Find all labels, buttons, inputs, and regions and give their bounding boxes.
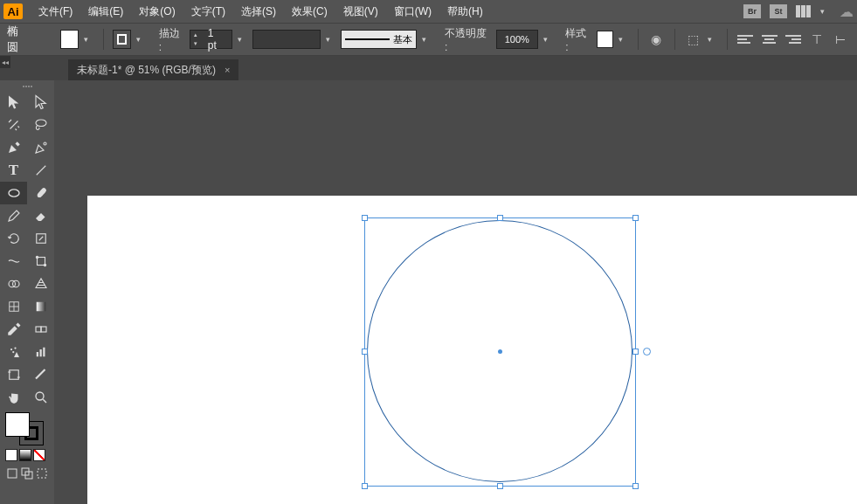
stroke-color-swatch[interactable] xyxy=(113,30,131,49)
eraser-tool[interactable] xyxy=(27,204,54,227)
scale-tool[interactable] xyxy=(27,227,54,250)
chevron-down-icon[interactable]: ▾ xyxy=(422,35,432,44)
curvature-tool[interactable] xyxy=(27,136,54,159)
ellipse-tool[interactable] xyxy=(0,182,27,204)
recolor-icon[interactable]: ◉ xyxy=(647,30,666,49)
selection-handle[interactable] xyxy=(362,483,368,489)
width-tool[interactable] xyxy=(0,250,27,273)
menu-edit[interactable]: 编辑(E) xyxy=(81,2,130,22)
chevron-down-icon[interactable]: ▾ xyxy=(238,35,248,44)
fill-color-swatch[interactable] xyxy=(60,30,79,49)
chevron-down-icon[interactable]: ▾ xyxy=(84,35,94,44)
stroke-weight-input[interactable]: ▴▾ 1 pt xyxy=(190,30,232,49)
blend-tool[interactable] xyxy=(27,318,54,341)
close-icon[interactable]: × xyxy=(225,65,230,75)
pencil-tool[interactable] xyxy=(0,204,27,227)
chevron-down-icon[interactable]: ▾ xyxy=(136,35,147,44)
svg-point-1 xyxy=(44,142,46,145)
align-left-icon[interactable] xyxy=(736,30,755,49)
draw-behind-icon[interactable] xyxy=(20,465,35,482)
spinner-down-icon[interactable]: ▾ xyxy=(190,39,200,48)
gradient-tool[interactable] xyxy=(27,295,54,318)
selection-handle[interactable] xyxy=(362,215,368,221)
menu-object[interactable]: 对象(O) xyxy=(132,2,182,22)
svg-point-25 xyxy=(36,392,44,400)
align-center-icon[interactable] xyxy=(760,30,778,49)
direct-selection-tool[interactable] xyxy=(27,91,54,114)
svg-line-2 xyxy=(36,166,45,176)
selection-handle[interactable] xyxy=(632,215,639,221)
gradient-mode-icon[interactable] xyxy=(19,449,31,461)
brush-definition[interactable]: 基本 xyxy=(341,30,417,49)
workspace-icon[interactable] xyxy=(796,5,812,17)
variable-width-icon[interactable] xyxy=(252,30,320,49)
symbol-spray-tool[interactable] xyxy=(0,341,27,363)
svg-point-16 xyxy=(10,349,11,350)
selection-handle[interactable] xyxy=(632,483,639,489)
type-tool[interactable]: T xyxy=(0,159,27,182)
magic-wand-tool[interactable] xyxy=(0,114,27,136)
opacity-input[interactable] xyxy=(496,30,538,49)
perspective-tool[interactable] xyxy=(27,273,54,295)
chevron-down-icon[interactable]: ▾ xyxy=(619,35,629,44)
rotate-handle[interactable] xyxy=(643,348,651,356)
align-top-icon[interactable]: ⊤ xyxy=(808,30,826,49)
draw-inside-icon[interactable] xyxy=(34,465,49,482)
sync-icon[interactable]: ☁ xyxy=(840,3,854,20)
align-middle-icon[interactable]: ⊢ xyxy=(832,30,850,49)
selection-tool[interactable] xyxy=(0,91,27,114)
selection-handle[interactable] xyxy=(497,483,503,489)
rotate-tool[interactable] xyxy=(0,227,27,250)
app-logo: Ai xyxy=(3,3,23,19)
chevron-down-icon[interactable]: ▾ xyxy=(820,7,831,16)
draw-normal-icon[interactable] xyxy=(5,465,20,482)
menu-window[interactable]: 窗口(W) xyxy=(387,2,439,22)
brush-tool[interactable] xyxy=(27,182,54,204)
chevron-down-icon[interactable]: ▾ xyxy=(708,35,718,44)
panel-grip[interactable] xyxy=(0,82,54,91)
fill-stroke-swatches[interactable] xyxy=(5,412,44,445)
panel-collapse-grip[interactable]: ◂◂ xyxy=(0,56,10,68)
chevron-down-icon[interactable]: ▾ xyxy=(326,35,336,44)
menu-select[interactable]: 选择(S) xyxy=(234,2,283,22)
tools-panel: T xyxy=(0,80,54,504)
menu-effect[interactable]: 效果(C) xyxy=(285,2,335,22)
slice-tool[interactable] xyxy=(27,363,54,386)
svg-point-18 xyxy=(12,351,14,353)
mesh-tool[interactable] xyxy=(0,295,27,318)
menu-help[interactable]: 帮助(H) xyxy=(440,2,490,22)
selection-handle[interactable] xyxy=(632,349,639,355)
zoom-tool[interactable] xyxy=(27,386,54,409)
opacity-label: 不透明度 : xyxy=(445,26,491,53)
menu-type[interactable]: 文字(T) xyxy=(184,2,232,22)
pen-tool[interactable] xyxy=(0,136,27,159)
selection-handle[interactable] xyxy=(497,215,503,221)
artboard-tool[interactable] xyxy=(0,363,27,386)
color-mode-icon[interactable] xyxy=(5,449,17,461)
selection-handle[interactable] xyxy=(362,349,368,355)
graphic-style-swatch[interactable] xyxy=(597,31,613,48)
free-transform-tool[interactable] xyxy=(27,250,54,273)
selection-box[interactable] xyxy=(364,217,636,487)
none-mode-icon[interactable] xyxy=(33,449,45,461)
menu-file[interactable]: 文件(F) xyxy=(31,2,79,22)
chevron-down-icon[interactable]: ▾ xyxy=(543,35,554,44)
bridge-badge[interactable]: Br xyxy=(743,4,761,18)
menu-view[interactable]: 视图(V) xyxy=(336,2,385,22)
stock-badge[interactable]: St xyxy=(770,4,787,18)
line-tool[interactable] xyxy=(27,159,54,182)
lasso-tool[interactable] xyxy=(27,114,54,136)
spinner-up-icon[interactable]: ▴ xyxy=(190,31,200,39)
shape-builder-tool[interactable] xyxy=(0,273,27,295)
svg-point-0 xyxy=(36,120,46,127)
eyedropper-tool[interactable] xyxy=(0,318,27,341)
document-tab[interactable]: 未标题-1* @ 51% (RGB/预览) × xyxy=(68,59,238,80)
hand-tool[interactable] xyxy=(0,386,27,409)
align-to-icon[interactable]: ⬚ xyxy=(684,30,702,49)
svg-rect-30 xyxy=(38,469,46,478)
fill-swatch[interactable] xyxy=(5,412,30,437)
canvas[interactable] xyxy=(54,80,857,504)
svg-rect-21 xyxy=(43,348,45,357)
align-right-icon[interactable] xyxy=(784,30,802,49)
graph-tool[interactable] xyxy=(27,341,54,363)
